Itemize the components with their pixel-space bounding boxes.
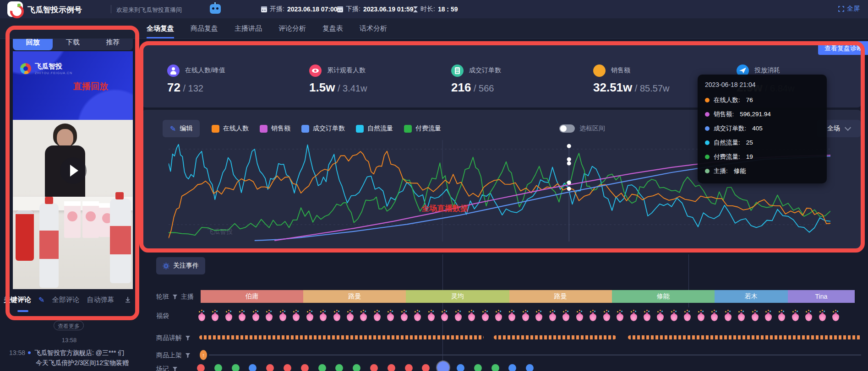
lucky-bag-icon[interactable]	[657, 314, 664, 321]
mark-dot[interactable]	[508, 364, 516, 371]
follow-events-button[interactable]: 关注事件	[156, 257, 205, 274]
lucky-bag-icon[interactable]	[320, 314, 327, 321]
lucky-bag-icon[interactable]	[455, 314, 462, 321]
shelf-event-marker[interactable]: ↑	[200, 350, 207, 360]
brush-toggle[interactable]	[559, 124, 575, 133]
shift-segment-路曼[interactable]: 路曼	[509, 290, 612, 303]
explain-segment[interactable]	[494, 335, 616, 339]
comment-tab-1[interactable]: 全部评论	[52, 296, 79, 304]
load-more-button[interactable]: 查看更多	[54, 321, 84, 330]
mark-dot[interactable]	[335, 364, 343, 371]
mark-dot[interactable]	[301, 364, 309, 371]
download-icon[interactable]	[125, 296, 131, 304]
lucky-bag-icon[interactable]	[562, 314, 569, 321]
lucky-bag-icon[interactable]	[725, 314, 732, 321]
mark-dot[interactable]	[370, 364, 378, 371]
comment-item[interactable]: 13:58飞瓜智投官方旗舰店: @三*** 们 今天飞瓜倍护2/3区间12宝物装…	[9, 348, 136, 368]
mark-dot[interactable]	[353, 364, 360, 371]
lucky-bag-icon[interactable]	[522, 314, 529, 321]
tab-商品复盘[interactable]: 商品复盘	[191, 18, 218, 38]
mark-dot[interactable]	[214, 364, 222, 371]
mark-dot[interactable]	[249, 364, 257, 371]
mark-dot[interactable]	[474, 364, 482, 371]
lucky-bag-icon[interactable]	[617, 314, 623, 321]
lucky-bag-icon[interactable]	[698, 314, 704, 321]
lucky-bag-icon[interactable]	[387, 314, 394, 321]
lucky-bag-icon[interactable]	[778, 314, 785, 321]
lucky-bag-icon[interactable]	[738, 314, 745, 321]
lucky-bag-icon[interactable]	[508, 314, 515, 321]
diagnose-button[interactable]: 查看复盘诊断	[818, 41, 868, 55]
lucky-bag-icon[interactable]	[819, 314, 826, 321]
lucky-bag-icon[interactable]	[279, 314, 286, 321]
lucky-bag-icon[interactable]	[198, 314, 205, 321]
edit-button[interactable]: ✎ 编辑	[163, 120, 200, 137]
lucky-bag-icon[interactable]	[576, 314, 583, 321]
lucky-bag-icon[interactable]	[401, 314, 408, 321]
mark-dot[interactable]	[197, 364, 205, 371]
mark-dot[interactable]	[318, 364, 326, 371]
filter-icon[interactable]	[172, 294, 178, 300]
tab-复盘表[interactable]: 复盘表	[322, 18, 343, 38]
mark-dot[interactable]	[526, 364, 534, 371]
lucky-bag-icon[interactable]	[252, 314, 259, 321]
lucky-bag-icon[interactable]	[239, 314, 246, 321]
lucky-bag-icon[interactable]	[495, 314, 502, 321]
filter-icon[interactable]	[185, 353, 191, 358]
explain-segment[interactable]	[628, 335, 861, 339]
lucky-bag-icon[interactable]	[347, 314, 354, 321]
live-replay-player[interactable]: 飞瓜智投 ZHITOU.FEIGUA.CN	[13, 51, 133, 289]
tab-话术分析[interactable]: 话术分析	[360, 18, 387, 38]
mark-dot[interactable]	[437, 361, 449, 371]
tab-全场复盘[interactable]: 全场复盘	[147, 18, 174, 38]
mark-dot[interactable]	[266, 364, 274, 371]
legend-item-自然流量[interactable]: 自然流量	[356, 124, 393, 133]
lucky-bag-icon[interactable]	[266, 314, 273, 321]
lucky-bag-icon[interactable]	[535, 314, 542, 321]
lucky-bag-icon[interactable]	[752, 314, 759, 321]
lucky-bag-icon[interactable]	[671, 314, 677, 321]
robot-icon[interactable]	[210, 4, 221, 14]
lucky-bag-icon[interactable]	[711, 314, 718, 321]
tab-主播讲品[interactable]: 主播讲品	[235, 18, 262, 38]
filter-icon[interactable]	[172, 366, 178, 371]
lucky-bag-icon[interactable]	[792, 314, 799, 321]
lucky-bag-icon[interactable]	[644, 314, 650, 321]
shift-segment-伯庸[interactable]: 伯庸	[201, 290, 303, 303]
lucky-bag-icon[interactable]	[630, 314, 637, 321]
lucky-bag-icon[interactable]	[805, 314, 812, 321]
legend-item-在线人数[interactable]: 在线人数	[212, 124, 249, 133]
lucky-bag-icon[interactable]	[832, 314, 839, 321]
legend-item-成交订单数[interactable]: 成交订单数	[301, 124, 345, 133]
lucky-bag-icon[interactable]	[482, 314, 489, 321]
mark-dot[interactable]	[457, 364, 464, 371]
shift-segment-路曼[interactable]: 路曼	[303, 290, 406, 303]
lucky-bag-icon[interactable]	[414, 314, 421, 321]
lucky-bag-icon[interactable]	[293, 314, 300, 321]
legend-item-销售额[interactable]: 销售额	[260, 124, 290, 133]
shift-segment-灵均[interactable]: 灵均	[406, 290, 509, 303]
comment-tab-2[interactable]: 自动弹幕	[87, 296, 114, 304]
mark-dot[interactable]	[405, 364, 413, 371]
play-button[interactable]	[60, 157, 87, 184]
mark-dot[interactable]	[491, 364, 499, 371]
mark-dot[interactable]	[232, 364, 240, 371]
lucky-bag-icon[interactable]	[306, 314, 313, 321]
lucky-bag-icon[interactable]	[684, 314, 691, 321]
mark-dot[interactable]	[388, 364, 395, 371]
shift-segment-Tina[interactable]: Tina	[788, 290, 855, 303]
lucky-bag-icon[interactable]	[428, 314, 435, 321]
mark-dot[interactable]	[284, 364, 291, 371]
lucky-bag-icon[interactable]	[441, 314, 448, 321]
lucky-bag-icon[interactable]	[765, 314, 772, 321]
filter-icon[interactable]	[185, 335, 191, 341]
lucky-bag-icon[interactable]	[212, 314, 218, 321]
lucky-bag-icon[interactable]	[360, 314, 367, 321]
lucky-bag-icon[interactable]	[468, 314, 475, 321]
lucky-bag-icon[interactable]	[374, 314, 381, 321]
lucky-bag-icon[interactable]	[225, 314, 232, 321]
legend-item-付费流量[interactable]: 付费流量	[404, 124, 441, 133]
mark-dot[interactable]	[422, 364, 430, 371]
fullscreen-button[interactable]: 全屏	[838, 5, 860, 13]
lucky-bag-icon[interactable]	[590, 314, 596, 321]
